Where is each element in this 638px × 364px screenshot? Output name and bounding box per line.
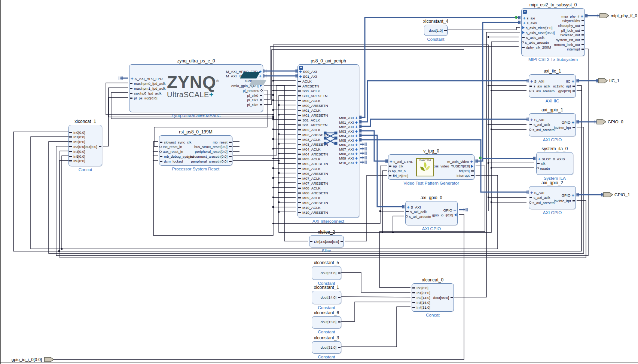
mipi_csi2_tx_subsyst_0-port-s_axi[interactable]: s_axi [522, 16, 535, 20]
zynq_ultra_ps_e_0-port-saxihp0_fpd_aclk[interactable]: saxihp0_fpd_aclk [130, 91, 161, 95]
axi_gpio_1-port-S_AXI[interactable]: S_AXI [530, 118, 544, 122]
zynq_ultra_ps_e_0-port-pl_resetn0[interactable]: pl_resetn0 [243, 89, 262, 93]
mipi_csi2_tx_subsyst_0-port-mipi_phy_if[interactable]: mipi_phy_if [561, 14, 584, 18]
axi_gpio_1-port-s_axi_aclk[interactable]: s_axi_aclk [530, 123, 550, 127]
axi_iic_1-port-s_axi_aresetn[interactable]: s_axi_aresetn [530, 89, 555, 93]
v_tpg_0-port-m_axis_video[interactable]: m_axis_video [447, 160, 473, 164]
axi_gpio_2-port-s_axi_aresetn[interactable]: s_axi_aresetn [530, 201, 555, 205]
external-port-icon[interactable] [44, 357, 54, 364]
mipi_csi2_tx_subsyst_0-port-s_axis_tdest[1:0][interactable]: s_axis_tdest[1:0] [522, 26, 552, 30]
design-canvas[interactable]: S_AXI_HP0_FPDmaxihpm0_fpd_aclkmaxihpm1_f… [0, 0, 638, 364]
ps8_0_axi_periph-port-M03_ACLK[interactable]: M03_ACLK [299, 138, 321, 142]
external-port-GPIO_0[interactable]: GPIO_0 [608, 119, 623, 124]
ps8_0_axi_periph-port-M05_ARESETN[interactable]: M05_ARESETN [299, 162, 328, 166]
xlconcat_0-port-In3[15:0][interactable]: In3[15:0] [413, 300, 430, 305]
ps8_0_axi_periph-port-S00_ACLK[interactable]: S00_ACLK [299, 89, 320, 93]
xlslice_2[interactable]: Din[4:0]Dout[0:0] [309, 235, 344, 247]
xlconcat_0-port-In2[14:0][interactable]: In2[14:0] [413, 296, 430, 300]
xlconstant_1[interactable]: dout[14:0] [312, 291, 341, 304]
ps8_0_axi_periph-port-M08_ARESETN[interactable]: M08_ARESETN [299, 191, 328, 195]
ps8_0_axi_periph-port-M09_ACLK[interactable]: M09_ACLK [299, 196, 321, 200]
ps8_0_axi_periph-port-M10_ARESETN[interactable]: M10_ARESETN [299, 210, 328, 215]
mipi_csi2_tx_subsyst_0-port-dphy_clk_200M[interactable]: dphy_clk_200M [522, 45, 551, 49]
axi_gpio_2-port-GPIO[interactable]: GPIO [562, 193, 575, 197]
xlconcat_0-port-In4[31:0][interactable]: In4[31:0] [413, 305, 430, 309]
ps8_0_axi_periph-port-M08_AXI[interactable]: M08_AXI [339, 152, 358, 156]
ps8_0_axi_periph-port-S01_ARESETN[interactable]: S01_ARESETN [299, 123, 327, 127]
rst_ps8_0_199M-port-bus_struct_reset[0:0][interactable]: bus_struct_reset[0:0] [194, 145, 231, 149]
ps8_0_axi_periph-port-M07_ARESETN[interactable]: M07_ARESETN [299, 181, 328, 185]
mipi_csi2_tx_subsyst_0-port-interrupt[interactable]: interrupt [567, 47, 584, 51]
rst_ps8_0_199M-port-ext_reset_in[interactable]: ext_reset_in [160, 145, 182, 149]
xlconstant_1-port-dout[14:0][interactable]: dout[14:0] [321, 295, 340, 299]
axi_gpio_0-port-gpio_io_i[0:0][interactable]: gpio_io_i[0:0] [432, 213, 457, 217]
external-port-icon[interactable] [596, 119, 606, 126]
mipi_csi2_tx_subsyst_0-port-s_axis_aclk[interactable]: s_axis_aclk [522, 36, 544, 40]
xlconstant_5[interactable]: dout[31:0] [312, 266, 341, 280]
ps8_0_axi_periph-port-M05_ACLK[interactable]: M05_ACLK [299, 157, 321, 161]
ps8_0_axi_periph-port-M01_AXI[interactable]: M01_AXI [339, 120, 358, 124]
zynq_ultra_ps_e_0-port-pl_clk2[interactable]: pl_clk2 [247, 103, 262, 107]
xlconcat_0-port-In1[31:0][interactable]: In1[31:0] [413, 291, 430, 295]
rst_ps8_0_199M[interactable]: slowest_sync_clkext_reset_inaux_reset_in… [159, 135, 232, 166]
ps8_0_axi_periph-port-M09_ARESETN[interactable]: M09_ARESETN [299, 201, 328, 205]
mipi_csi2_tx_subsyst_0[interactable]: s_axis_axiss_axis_tdest[1:0]s_axis_tuser… [521, 8, 585, 56]
xlconcat_1-port-dout[6:0][interactable]: dout[6:0] [83, 145, 101, 149]
rst_ps8_0_199M-port-aux_reset_in[interactable]: aux_reset_in [160, 149, 183, 154]
zynq_ultra_ps_e_0-port-GPIO_0[interactable]: GPIO_0 [245, 79, 262, 83]
mipi_csi2_tx_subsyst_0-port-txbyteclkhs[interactable]: txbyteclkhs [562, 19, 584, 23]
signal-wire[interactable] [59, 161, 68, 251]
axi_gpio_2[interactable]: S_AXIs_axi_aclks_axi_aresetnGPIOip2intc_… [529, 186, 576, 209]
v_tpg_0-port-interrupt[interactable]: interrupt [457, 173, 473, 178]
xlconstant_3[interactable]: dout[31:0] [312, 341, 341, 354]
ps8_0_axi_periph-port-M04_ACLK[interactable]: M04_ACLK [299, 147, 321, 151]
ps8_0_axi_periph-port-ACLK[interactable]: ACLK [299, 79, 312, 83]
ps8_0_axi_periph-port-M04_AXI[interactable]: M04_AXI [339, 134, 358, 138]
ps8_0_axi_periph-port-S00_ARESETN[interactable]: S00_ARESETN [299, 94, 327, 98]
external-port-icon[interactable] [603, 192, 613, 199]
rst_ps8_0_199M-port-peripheral_reset[0:0][interactable]: peripheral_reset[0:0] [195, 149, 231, 154]
xlconcat_1-port-In3[0:0][interactable]: In3[0:0] [70, 145, 85, 149]
v_tpg_0-port-ap_rst_n[interactable]: ap_rst_n [389, 169, 406, 173]
external-port-icon[interactable] [599, 13, 609, 20]
v_tpg_0-port-s_axi_CTRL[interactable]: s_axi_CTRL [389, 160, 413, 164]
rst_ps8_0_199M-port-dcm_locked[interactable]: dcm_locked [160, 159, 183, 163]
rst_ps8_0_199M-port-mb_reset[interactable]: mb_reset [213, 140, 231, 144]
xlconstant_6-port-dout[15:0][interactable]: dout[15:0] [321, 320, 340, 324]
external-port-icon[interactable] [598, 78, 608, 85]
bus-wire[interactable] [476, 158, 535, 161]
axi_gpio_0-port-S_AXI[interactable]: S_AXI [406, 205, 421, 209]
ps8_0_axi_periph-port-M01_ACLK[interactable]: M01_ACLK [299, 108, 321, 112]
xlconstant_6[interactable]: dout[15:0] [312, 316, 341, 328]
ps8_0_axi_periph-port-M10_AXI[interactable]: M10_AXI [339, 161, 358, 165]
mipi_csi2_tx_subsyst_0-port-s_axis_aresetn[interactable]: s_axis_aresetn [522, 40, 549, 44]
xlconstant_5-port-dout[31:0][interactable]: dout[31:0] [321, 271, 340, 275]
ps8_0_axi_periph-port-S00_AXI[interactable]: S00_AXI [299, 70, 317, 74]
zynq_ultra_ps_e_0-port-S_AXI_HP0_FPD[interactable]: S_AXI_HP0_FPD [130, 77, 163, 81]
xlconcat_1-port-In1[0:0][interactable]: In1[0:0] [70, 135, 85, 139]
axi_gpio_1-port-ip2intc_irpt[interactable]: ip2intc_irpt [554, 126, 575, 130]
mipi_csi2_tx_subsyst_0-port-s_axis_tuser[95:0][interactable]: s_axis_tuser[95:0] [522, 31, 555, 35]
xlconstant_3-port-dout[31:0][interactable]: dout[31:0] [321, 345, 340, 349]
ps8_0_axi_periph-port-M10_ACLK[interactable]: M10_ACLK [299, 206, 321, 210]
axi_gpio_0-port-s_axi_aclk[interactable]: s_axi_aclk [406, 210, 427, 214]
xlconcat_1-port-In5[0:0][interactable]: In5[0:0] [70, 154, 85, 158]
bus-wire[interactable] [360, 119, 528, 126]
xlconcat_1[interactable]: In0[0:0]In1[0:0]In2[0:0]In3[0:0]In4[0:0]… [68, 125, 102, 166]
xlconcat_1-port-In6[0:0][interactable]: In6[0:0] [70, 159, 85, 163]
ps8_0_axi_periph-port-M00_ACLK[interactable]: M00_ACLK [299, 99, 321, 103]
zynq_ultra_ps_e_0[interactable]: S_AXI_HP0_FPDmaxihpm0_fpd_aclkmaxihpm1_f… [129, 64, 263, 112]
v_tpg_0-port-ap_clk[interactable]: ap_clk [389, 164, 403, 168]
module-icon[interactable] [523, 10, 527, 14]
ps8_0_axi_periph-port-M06_ARESETN[interactable]: M06_ARESETN [299, 172, 328, 176]
xlconcat_0-port-In0[0:0][interactable]: In0[0:0] [413, 286, 428, 290]
axi_gpio_0-port-s_axi_aresetn[interactable]: s_axi_aresetn [406, 215, 431, 219]
zynq_ultra_ps_e_0-port-pl_clk0[interactable]: pl_clk0 [247, 93, 262, 98]
ps8_0_axi_periph-port-ARESETN[interactable]: ARESETN [299, 84, 319, 88]
external-port-IIC_1[interactable]: IIC_1 [609, 78, 620, 83]
axi_gpio_2-port-s_axi_aclk[interactable]: s_axi_aclk [530, 195, 550, 200]
mipi_csi2_tx_subsyst_0-port-s_axis[interactable]: s_axis [522, 21, 537, 25]
axi_gpio_1-port-GPIO[interactable]: GPIO [562, 120, 575, 124]
ps8_0_axi_periph-port-M06_AXI[interactable]: M06_AXI [339, 143, 358, 147]
xlconcat_1-port-In2[0:0][interactable]: In2[0:0] [70, 140, 85, 144]
